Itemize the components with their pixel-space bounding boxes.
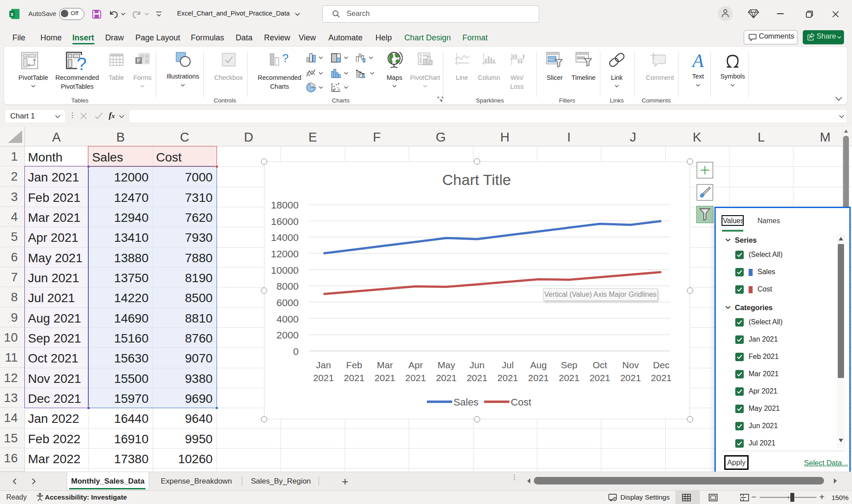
svg-text:?: ? [77, 54, 86, 71]
svg-text:Aug: Aug [530, 360, 547, 370]
svg-text:Mar: Mar [377, 360, 393, 370]
svg-text:8000: 8000 [276, 281, 299, 292]
svg-text:F: F [137, 58, 141, 64]
svg-text:2021: 2021 [559, 373, 580, 383]
svg-text:4000: 4000 [276, 314, 299, 325]
svg-text:2021: 2021 [375, 373, 395, 383]
svg-text:2021: 2021 [436, 373, 457, 383]
svg-text:6000: 6000 [276, 297, 299, 308]
svg-text:Jul: Jul [502, 360, 514, 370]
svg-text:Jun: Jun [469, 360, 485, 370]
svg-text:12000: 12000 [271, 248, 299, 260]
svg-text:18000: 18000 [271, 200, 299, 211]
svg-text:14000: 14000 [271, 232, 299, 243]
svg-text:2000: 2000 [276, 330, 299, 341]
svg-text:Oct: Oct [592, 360, 607, 370]
svg-text:2021: 2021 [620, 373, 641, 383]
svg-text:2021: 2021 [405, 373, 426, 383]
svg-text:Chart Title: Chart Title [442, 171, 511, 188]
svg-text:2021: 2021 [313, 373, 334, 383]
svg-text:Jan: Jan [316, 360, 331, 370]
svg-text:Cost: Cost [511, 397, 532, 408]
svg-text:May: May [438, 360, 455, 370]
svg-text:2021: 2021 [467, 373, 488, 383]
svg-text:2021: 2021 [344, 373, 365, 383]
svg-text:Feb: Feb [346, 360, 362, 370]
svg-text:16000: 16000 [271, 216, 299, 227]
svg-text:Apr: Apr [408, 360, 423, 370]
svg-text:2021: 2021 [528, 373, 549, 383]
svg-text:Sep: Sep [561, 360, 577, 370]
svg-text:A: A [691, 51, 704, 71]
svg-text:10000: 10000 [271, 265, 299, 276]
svg-text:0: 0 [293, 346, 299, 357]
svg-text:Dec: Dec [653, 360, 670, 370]
svg-text:2021: 2021 [497, 373, 518, 383]
svg-text:x: x [11, 11, 14, 17]
svg-text:2021: 2021 [589, 373, 610, 383]
svg-text:2021: 2021 [651, 373, 672, 383]
svg-text:Sales: Sales [454, 397, 478, 408]
svg-text:?: ? [282, 52, 288, 65]
svg-text:Nov: Nov [622, 360, 639, 370]
